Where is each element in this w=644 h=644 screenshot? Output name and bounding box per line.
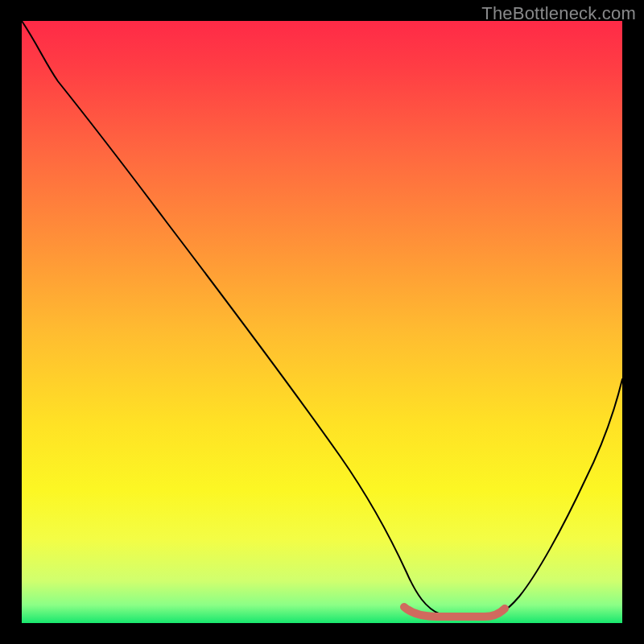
chart-plot-area	[22, 21, 622, 623]
watermark-text: TheBottleneck.com	[481, 3, 636, 24]
curve-path	[22, 21, 622, 617]
bottleneck-curve	[22, 21, 622, 623]
floor-segment	[404, 607, 505, 617]
